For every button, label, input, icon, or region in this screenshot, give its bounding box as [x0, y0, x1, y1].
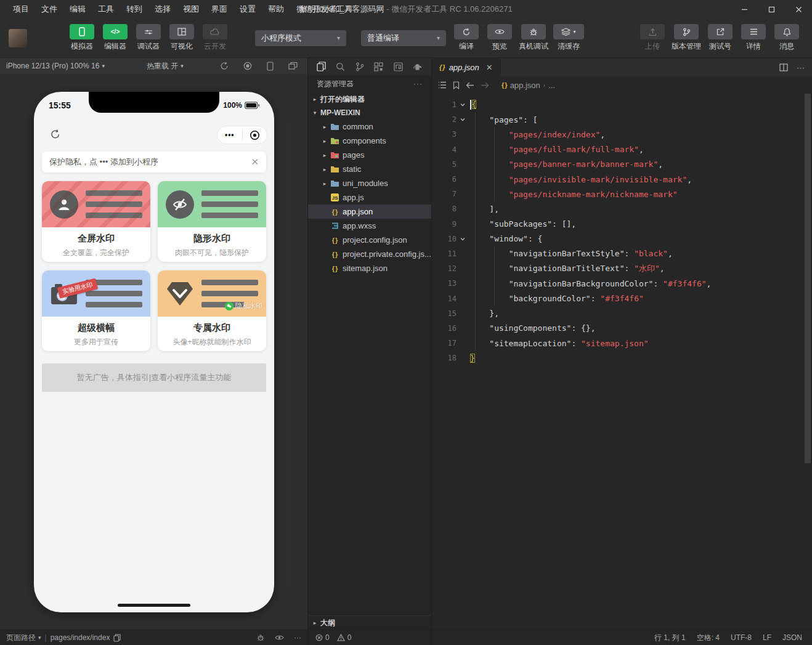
- tree-folder-common[interactable]: ▸ common: [308, 120, 431, 134]
- files-icon[interactable]: [317, 62, 326, 71]
- menu-edit[interactable]: 编辑: [64, 0, 91, 18]
- bookmark-icon[interactable]: [453, 81, 460, 89]
- preview-button[interactable]: 预览: [485, 24, 514, 52]
- close-button[interactable]: [785, 0, 812, 18]
- maximize-button[interactable]: [758, 0, 785, 18]
- breadcrumb[interactable]: { } app.json › ...: [501, 81, 555, 90]
- open-editors-section[interactable]: ▸ 打开的编辑器: [308, 92, 431, 106]
- tree-file-app-js[interactable]: JS app.js: [308, 190, 431, 205]
- code-line[interactable]: 17 "sitemapLocation": "sitemap.json": [432, 336, 812, 351]
- menu-view[interactable]: 视图: [177, 0, 205, 18]
- code-line[interactable]: 16 "usingComponents": {},: [432, 321, 812, 336]
- more-actions-icon[interactable]: ···: [413, 79, 423, 88]
- card-super-banner[interactable]: 实验用水印 超级横幅 更多用于宣传: [42, 270, 150, 351]
- menu-help[interactable]: 帮助: [262, 0, 290, 18]
- device-frame-icon[interactable]: [267, 62, 274, 71]
- code-line[interactable]: 14 "backgroundColor": "#f3f4f6": [432, 291, 812, 306]
- project-root-section[interactable]: ▾ MP-WEIXIN: [308, 106, 431, 120]
- page-path-select[interactable]: 页面路径▾: [6, 633, 41, 643]
- tree-file-app-wxss[interactable]: app.wxss: [308, 219, 431, 233]
- rotate-device-icon[interactable]: [220, 62, 229, 71]
- language-mode[interactable]: JSON: [782, 633, 802, 643]
- outline-list-icon[interactable]: [438, 81, 447, 89]
- compile-mode-select[interactable]: 普通编译▾: [361, 30, 446, 46]
- more-actions-icon[interactable]: ···: [294, 633, 301, 642]
- record-icon[interactable]: [243, 62, 252, 71]
- editor-toggle-button[interactable]: </> 编辑器: [101, 24, 129, 52]
- fold-chevron-icon[interactable]: [457, 116, 469, 123]
- page-refresh-icon[interactable]: [50, 129, 61, 140]
- upload-button[interactable]: 上传: [638, 24, 667, 52]
- code-line[interactable]: 8 ],: [432, 201, 812, 216]
- vconsole-icon[interactable]: [256, 633, 265, 642]
- device-select[interactable]: iPhone 12/13 (Pro) 100% 16▾: [6, 62, 105, 70]
- back-icon[interactable]: [466, 82, 474, 89]
- debugger-toggle-button[interactable]: 调试器: [134, 24, 163, 52]
- fold-chevron-icon[interactable]: [457, 102, 469, 108]
- card-fullscreen-watermark[interactable]: 全屏水印 全文覆盖，完全保护: [42, 181, 150, 262]
- code-line[interactable]: 10 "window": {: [432, 232, 812, 246]
- code-line[interactable]: 15 },: [432, 306, 812, 321]
- problems-summary[interactable]: 0 0: [308, 630, 431, 645]
- tree-folder-components[interactable]: ▸ components: [308, 134, 431, 148]
- test-account-button[interactable]: 测试号: [706, 24, 734, 52]
- tree-file-project-private-config[interactable]: { } project.private.config.js...: [308, 247, 431, 261]
- forward-icon[interactable]: [481, 82, 489, 89]
- menu-settings[interactable]: 设置: [234, 0, 261, 18]
- tree-folder-static[interactable]: ▸ static: [308, 162, 431, 176]
- npm-icon[interactable]: [394, 62, 403, 71]
- menu-tools[interactable]: 工具: [92, 0, 120, 18]
- tree-file-project-config[interactable]: { } project.config.json: [308, 233, 431, 247]
- code-line[interactable]: 7 "pages/nickname-mark/nickname-mark": [432, 187, 812, 201]
- visualize-toggle-button[interactable]: 可视化: [168, 24, 196, 52]
- indentation-setting[interactable]: 空格: 4: [697, 633, 720, 643]
- compile-button[interactable]: 编译: [452, 24, 481, 52]
- details-button[interactable]: 详情: [739, 24, 768, 52]
- editor-scrollbar[interactable]: [805, 94, 811, 463]
- code-line[interactable]: 1{: [432, 97, 812, 112]
- more-actions-icon[interactable]: ···: [797, 63, 805, 72]
- mode-select[interactable]: 小程序模式▾: [255, 30, 346, 46]
- clear-cache-button[interactable]: ▾ 清缓存: [553, 24, 584, 52]
- code-line[interactable]: 9 "subPackages": [],: [432, 217, 812, 232]
- code-line[interactable]: 4 "pages/full-mark/full-mark",: [432, 142, 812, 157]
- messages-button[interactable]: 消息: [773, 24, 801, 52]
- menu-devtools[interactable]: 微信开发者工具: [291, 0, 358, 18]
- menu-select[interactable]: 选择: [149, 0, 176, 18]
- card-invisible-watermark[interactable]: 隐形水印 肉眼不可见，隐形保护: [158, 181, 266, 262]
- code-line[interactable]: 6 "pages/invisible-mark/invisible-mark",: [432, 172, 812, 187]
- tab-app-json[interactable]: { } app.json ✕: [432, 58, 501, 76]
- menu-goto[interactable]: 转到: [121, 0, 148, 18]
- hot-reload-toggle[interactable]: 热重载 开▾: [147, 61, 184, 71]
- simulator-toggle-button[interactable]: 模拟器: [68, 24, 96, 52]
- git-branch-icon[interactable]: [355, 62, 364, 71]
- menu-project[interactable]: 项目: [7, 0, 35, 18]
- banner-close-icon[interactable]: ✕: [251, 156, 259, 168]
- outline-section[interactable]: ▸ 大纲: [308, 615, 431, 630]
- code-line[interactable]: 3 "pages/index/index",: [432, 127, 812, 142]
- widgets-icon[interactable]: [374, 62, 383, 71]
- tree-file-app-json[interactable]: { } app.json: [308, 205, 431, 219]
- encoding-setting[interactable]: UTF-8: [731, 633, 752, 643]
- code-line[interactable]: 18}: [432, 351, 812, 365]
- cursor-position[interactable]: 行 1, 列 1: [654, 633, 686, 643]
- exit-button[interactable]: [243, 130, 267, 140]
- copy-icon[interactable]: [113, 634, 121, 642]
- eol-setting[interactable]: LF: [763, 633, 771, 643]
- code-line[interactable]: 2 "pages": [: [432, 112, 812, 127]
- code-line[interactable]: 5 "pages/banner-mark/banner-mark",: [432, 157, 812, 172]
- search-icon[interactable]: [336, 62, 345, 71]
- menu-interface[interactable]: 界面: [206, 0, 233, 18]
- teapot-icon[interactable]: [413, 62, 423, 71]
- card-exclusive-watermark[interactable]: 隐私水印 专属水印 头像+昵称就能制作水印: [158, 270, 266, 351]
- visibility-icon[interactable]: [275, 635, 284, 641]
- version-control-button[interactable]: 版本管理: [672, 24, 701, 52]
- minimize-button[interactable]: [731, 0, 758, 18]
- menu-file[interactable]: 文件: [36, 0, 63, 18]
- split-editor-icon[interactable]: [779, 63, 788, 71]
- code-area[interactable]: 1{2 "pages": [3 "pages/index/index",4 "p…: [432, 94, 812, 630]
- tree-file-sitemap-json[interactable]: { } sitemap.json: [308, 261, 431, 275]
- code-line[interactable]: 12 "navigationBarTitleText": "水印",: [432, 261, 812, 276]
- remote-debug-button[interactable]: 真机调试: [519, 24, 548, 52]
- tab-close-icon[interactable]: ✕: [486, 63, 493, 72]
